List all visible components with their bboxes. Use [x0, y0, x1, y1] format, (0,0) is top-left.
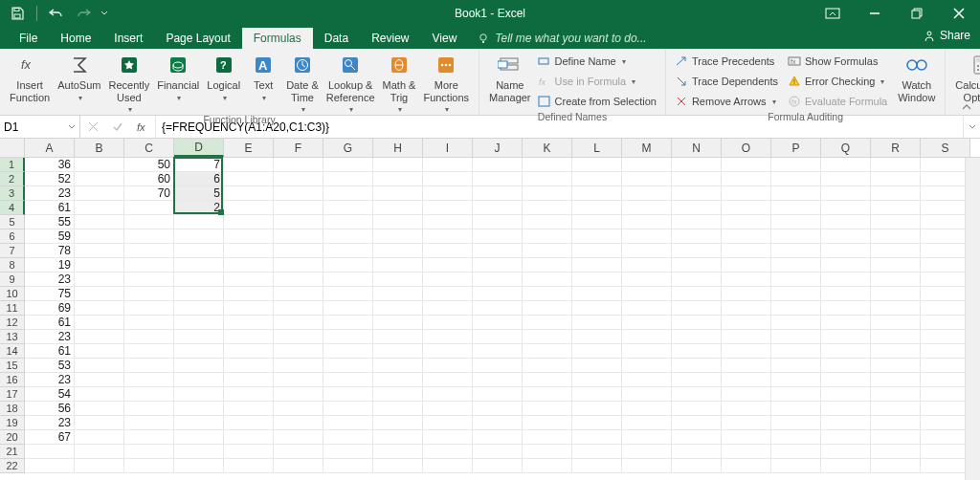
row-header-19[interactable]: 19 [0, 416, 25, 430]
cell-N20[interactable] [672, 430, 722, 445]
cell-H14[interactable] [373, 344, 423, 359]
cell-K11[interactable] [523, 301, 572, 316]
cell-L6[interactable] [572, 229, 622, 244]
cell-F15[interactable] [274, 359, 323, 373]
cell-P2[interactable] [771, 172, 821, 186]
tab-data[interactable]: Data [313, 28, 360, 49]
cell-B2[interactable] [75, 172, 124, 186]
cell-C10[interactable] [124, 287, 174, 301]
cell-N13[interactable] [672, 330, 722, 344]
math-trig-button[interactable]: Math & Trig▾ [379, 51, 420, 114]
text-button[interactable]: A Text▾ [244, 51, 282, 102]
cell-E13[interactable] [224, 330, 274, 344]
cell-A15[interactable]: 53 [25, 359, 75, 373]
cell-M16[interactable] [622, 373, 672, 387]
ribbon-display-options-button[interactable] [812, 0, 854, 27]
row-header-20[interactable]: 20 [0, 430, 25, 445]
column-header-L[interactable]: L [572, 139, 622, 157]
cell-D19[interactable] [174, 416, 224, 430]
cell-M10[interactable] [622, 287, 672, 301]
column-header-P[interactable]: P [771, 139, 821, 157]
cell-G5[interactable] [323, 215, 373, 229]
cell-E16[interactable] [224, 373, 274, 387]
cell-B1[interactable] [75, 158, 124, 172]
cell-G9[interactable] [323, 273, 373, 287]
cell-C14[interactable] [124, 344, 174, 359]
cell-O2[interactable] [722, 172, 771, 186]
cell-D3[interactable]: 5 [174, 186, 224, 201]
cell-R14[interactable] [871, 344, 921, 359]
cell-N22[interactable] [672, 459, 722, 473]
column-header-O[interactable]: O [722, 139, 771, 157]
cell-N9[interactable] [672, 273, 722, 287]
cell-P16[interactable] [771, 373, 821, 387]
insert-function-button[interactable]: fx Insert Function [6, 51, 54, 103]
cell-N16[interactable] [672, 373, 722, 387]
cell-A11[interactable]: 69 [25, 301, 75, 316]
cell-N14[interactable] [672, 344, 722, 359]
tell-me-search[interactable]: Tell me what you want to do... [478, 30, 646, 49]
cell-G16[interactable] [323, 373, 373, 387]
row-header-5[interactable]: 5 [0, 215, 25, 229]
row-header-3[interactable]: 3 [0, 186, 25, 201]
cell-D7[interactable] [174, 244, 224, 258]
row-header-1[interactable]: 1 [0, 158, 25, 172]
cell-G20[interactable] [323, 430, 373, 445]
cell-H5[interactable] [373, 215, 423, 229]
cell-I2[interactable] [423, 172, 473, 186]
cell-P3[interactable] [771, 186, 821, 201]
row-header-8[interactable]: 8 [0, 258, 25, 273]
cell-R10[interactable] [871, 287, 921, 301]
cell-M6[interactable] [622, 229, 672, 244]
cell-B12[interactable] [75, 316, 124, 330]
cell-K6[interactable] [523, 229, 572, 244]
cell-J11[interactable] [473, 301, 523, 316]
cell-H20[interactable] [373, 430, 423, 445]
cell-H4[interactable] [373, 201, 423, 215]
cell-O13[interactable] [722, 330, 771, 344]
redo-button[interactable] [72, 2, 95, 25]
cell-A1[interactable]: 36 [25, 158, 75, 172]
cell-C16[interactable] [124, 373, 174, 387]
cell-M3[interactable] [622, 186, 672, 201]
cell-Q15[interactable] [821, 359, 871, 373]
cell-F20[interactable] [274, 430, 323, 445]
row-header-10[interactable]: 10 [0, 287, 25, 301]
cell-D5[interactable] [174, 215, 224, 229]
column-header-N[interactable]: N [672, 139, 722, 157]
cell-Q17[interactable] [821, 387, 871, 402]
cell-I13[interactable] [423, 330, 473, 344]
cell-L1[interactable] [572, 158, 622, 172]
cell-G18[interactable] [323, 402, 373, 416]
column-header-B[interactable]: B [75, 139, 124, 157]
cell-L17[interactable] [572, 387, 622, 402]
cell-G14[interactable] [323, 344, 373, 359]
cell-N21[interactable] [672, 445, 722, 459]
cell-E20[interactable] [224, 430, 274, 445]
cell-D12[interactable] [174, 316, 224, 330]
cell-R8[interactable] [871, 258, 921, 273]
cell-F2[interactable] [274, 172, 323, 186]
cell-B11[interactable] [75, 301, 124, 316]
cell-J19[interactable] [473, 416, 523, 430]
cell-R18[interactable] [871, 402, 921, 416]
cell-M18[interactable] [622, 402, 672, 416]
cell-C5[interactable] [124, 215, 174, 229]
column-header-G[interactable]: G [323, 139, 373, 157]
cell-P9[interactable] [771, 273, 821, 287]
cell-R5[interactable] [871, 215, 921, 229]
cell-A17[interactable]: 54 [25, 387, 75, 402]
cell-L20[interactable] [572, 430, 622, 445]
column-header-K[interactable]: K [523, 139, 572, 157]
financial-button[interactable]: Financial▾ [153, 51, 203, 102]
cell-M7[interactable] [622, 244, 672, 258]
row-header-17[interactable]: 17 [0, 387, 25, 402]
cell-P7[interactable] [771, 244, 821, 258]
cell-P10[interactable] [771, 287, 821, 301]
cell-H12[interactable] [373, 316, 423, 330]
cell-P15[interactable] [771, 359, 821, 373]
cell-D20[interactable] [174, 430, 224, 445]
cell-A6[interactable]: 59 [25, 229, 75, 244]
cell-Q10[interactable] [821, 287, 871, 301]
tab-review[interactable]: Review [360, 28, 420, 49]
